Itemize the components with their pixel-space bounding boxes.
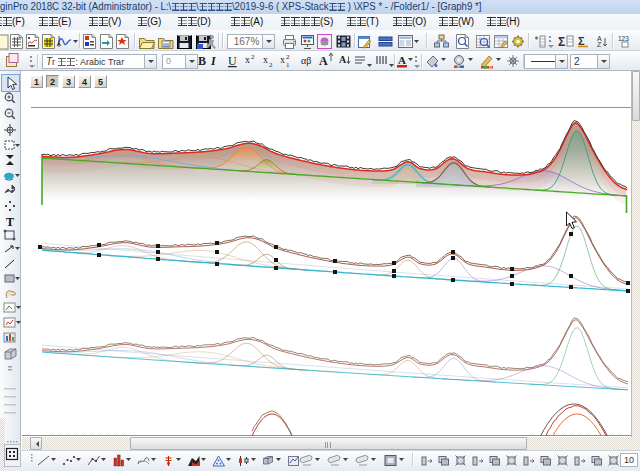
svg-text:x: x (263, 54, 268, 65)
svg-text:B: B (198, 54, 206, 68)
svg-text:2: 2 (251, 53, 255, 61)
svg-text:A: A (339, 54, 347, 65)
svg-text:123: 123 (618, 35, 629, 42)
svg-text:2: 2 (269, 61, 273, 69)
svg-text:αβ: αβ (301, 55, 311, 66)
svg-text:Σ: Σ (558, 35, 565, 49)
svg-text:A: A (319, 54, 328, 68)
svg-text:Σ: Σ (578, 35, 585, 47)
svg-text:x: x (280, 54, 285, 65)
svg-text:A: A (398, 54, 406, 66)
svg-text:Z: Z (597, 41, 602, 48)
svg-text:2: 2 (286, 53, 290, 61)
svg-text:T: T (6, 215, 14, 229)
svg-text:x: x (245, 54, 250, 65)
svg-text:1: 1 (286, 61, 290, 69)
svg-text:I: I (210, 54, 217, 68)
svg-text:U: U (228, 54, 237, 68)
